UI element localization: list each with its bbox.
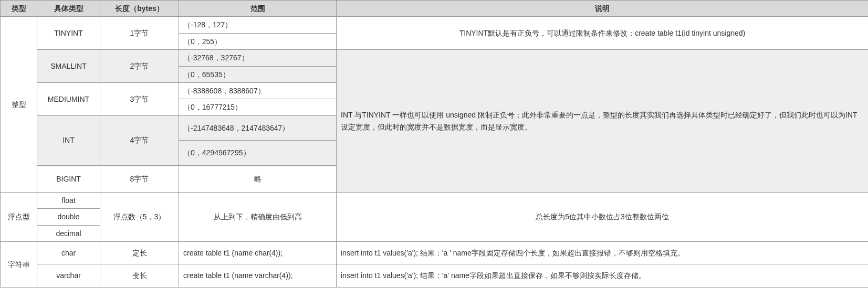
char-desc: insert into t1 values('a'); 结果：'a ' name… <box>337 242 869 264</box>
smallint-len: 2字节 <box>100 50 179 83</box>
header-subtype: 具体类型 <box>37 1 100 17</box>
header-desc: 说明 <box>337 1 869 17</box>
float-range: 从上到下，精确度由低到高 <box>179 192 337 241</box>
type-smallint: SMALLINT <box>37 50 100 83</box>
header-range: 范围 <box>179 1 337 17</box>
int-range-unsigned: （0，4294967295） <box>179 141 337 165</box>
varchar-desc: insert into t1 values('a'); 结果：'a' name字… <box>337 264 869 287</box>
table-row: 整型 TINYINT 1字节 （-128，127） TINYINT默认是有正负号… <box>1 17 869 33</box>
int-desc: INT 与TINYINT 一样也可以使用 unsigned 限制正负号；此外非常… <box>337 50 869 193</box>
category-int: 整型 <box>1 17 37 193</box>
table-row: varchar 变长 create table t1 (name varchar… <box>1 264 869 287</box>
header-type: 类型 <box>1 1 37 17</box>
type-char: char <box>37 242 100 264</box>
smallint-range-signed: （-32768，32767） <box>179 50 337 66</box>
type-varchar: varchar <box>37 264 100 287</box>
table-row: 字符串 char 定长 create table t1 (name char(4… <box>1 242 869 264</box>
bigint-len: 8字节 <box>100 165 179 192</box>
type-decimal: decimal <box>37 225 100 241</box>
table-header-row: 类型 具体类型 长度（bytes） 范围 说明 <box>1 1 869 17</box>
float-len: 浮点数（5，3） <box>100 192 179 241</box>
header-length: 长度（bytes） <box>100 1 179 17</box>
int-range-signed: （-2147483648，2147483647） <box>179 115 337 140</box>
category-string: 字符串 <box>1 242 37 288</box>
type-tinyint: TINYINT <box>37 17 100 50</box>
table-row: 浮点型 float 浮点数（5，3） 从上到下，精确度由低到高 总长度为5位其中… <box>1 192 869 208</box>
mediumint-range-signed: （-8388608，8388607） <box>179 82 337 99</box>
type-bigint: BIGINT <box>37 165 100 192</box>
type-int: INT <box>37 115 100 165</box>
tinyint-range-unsigned: （0，255） <box>179 33 337 49</box>
type-mediumint: MEDIUMINT <box>37 82 100 115</box>
type-double: double <box>37 209 100 225</box>
tinyint-range-signed: （-128，127） <box>179 17 337 33</box>
mediumint-range-unsigned: （0，16777215） <box>179 99 337 115</box>
data-types-table: 类型 具体类型 长度（bytes） 范围 说明 整型 TINYINT 1字节 （… <box>0 0 868 288</box>
smallint-range-unsigned: （0，65535） <box>179 66 337 82</box>
int-len: 4字节 <box>100 115 179 165</box>
char-len: 定长 <box>100 242 179 264</box>
char-range: create table t1 (name char(4)); <box>179 242 337 264</box>
type-float: float <box>37 192 100 208</box>
table-row: SMALLINT 2字节 （-32768，32767） INT 与TINYINT… <box>1 50 869 66</box>
tinyint-desc: TINYINT默认是有正负号，可以通过限制条件来修改；create table … <box>337 17 869 50</box>
varchar-range: create table t1 (name varchar(4)); <box>179 264 337 287</box>
category-float: 浮点型 <box>1 192 37 241</box>
varchar-len: 变长 <box>100 264 179 287</box>
mediumint-len: 3字节 <box>100 82 179 115</box>
tinyint-len: 1字节 <box>100 17 179 50</box>
bigint-range: 略 <box>179 165 337 192</box>
float-desc: 总长度为5位其中小数位占3位整数位两位 <box>337 192 869 241</box>
